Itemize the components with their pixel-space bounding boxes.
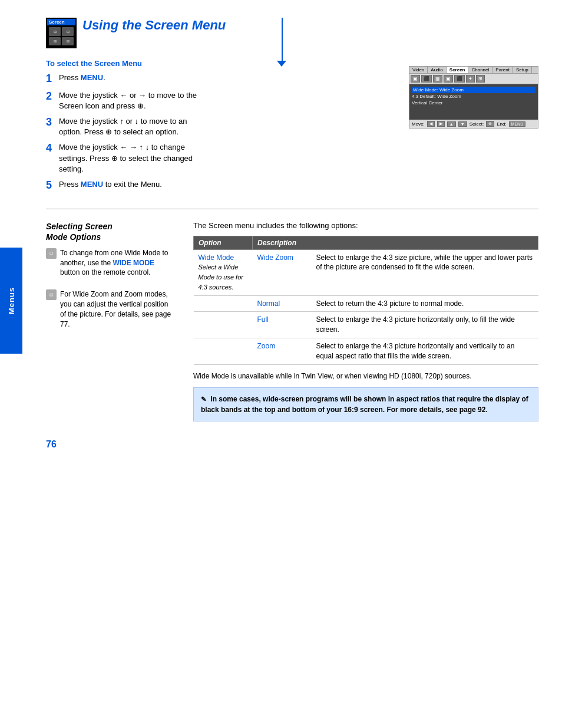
tab-video: Video — [409, 67, 428, 73]
screen-icon-label: Screen — [47, 19, 75, 25]
intro-text: The Screen menu includes the following o… — [193, 221, 538, 230]
sub-option-label-zoom: Zoom — [257, 342, 276, 350]
sub-option-zoom: Zoom — [253, 338, 312, 365]
sidebar-label: Menus — [7, 287, 16, 314]
step-text-3: Move the joystick ↑ or ↓ to move to an o… — [59, 116, 211, 137]
option-name-widemode: Wide Mode Select a Wide Mode to use for … — [194, 249, 253, 295]
screen-icon: Screen ⊞ ⊟ ⊞ ⊟ — [46, 18, 77, 48]
bottom-right-col: The Screen menu includes the following o… — [193, 221, 538, 421]
sub-option-label-full: Full — [257, 315, 269, 324]
step-num-4: 4 — [46, 142, 59, 155]
option-empty-2 — [194, 312, 253, 338]
footer-move-btn-4: ▼ — [458, 121, 467, 127]
desc-zoom: Select to enlarge the 4:3 picture horizo… — [312, 338, 538, 365]
menu-line-2: 4:3 Default: Wide Zoom — [412, 93, 535, 100]
note-1: ☺ To change from one Wide Mode to anothe… — [46, 248, 176, 278]
connector-line — [282, 18, 283, 62]
bottom-note: Wide Mode is unavailable while in Twin V… — [193, 371, 538, 381]
arrow-indicator — [277, 61, 286, 67]
sub-option-full: Full — [253, 312, 312, 338]
footer-move-label: Move: — [412, 121, 425, 127]
step-text-5: Press MENU to exit the Menu. — [59, 179, 211, 190]
wide-mode-label: Wide Mode — [199, 253, 234, 262]
tab-audio: Audio — [428, 67, 446, 73]
step-4: 4 Move the joystick ← → ↑ ↓ to change se… — [46, 142, 211, 174]
option-empty-1 — [194, 295, 253, 312]
table-row-4: Zoom Select to enlarge the 4:3 picture h… — [194, 338, 538, 365]
desc-normal: Select to return the 4:3 picture to norm… — [312, 295, 538, 312]
toolbar-btn-6: ✦ — [466, 75, 475, 83]
menu-tab-bar: Video Audio Screen Channel Parent Setup — [409, 67, 538, 74]
table-row-3: Full Select to enlarge the 4:3 picture h… — [194, 312, 538, 338]
steps-list: 1 Press MENU. 2 Move the joystick ← or →… — [46, 73, 211, 192]
step-text-4: Move the joystick ← → ↑ ↓ to change sett… — [59, 142, 211, 174]
footer-end-btn: MENU — [509, 121, 526, 127]
step-1: 1 Press MENU. — [46, 73, 211, 85]
step-num-1: 1 — [46, 73, 59, 85]
footer-move-btn-2: ▶ — [437, 121, 445, 127]
desc-widezoom: Select to enlarge the 4:3 size picture, … — [312, 249, 538, 295]
sidebar-tab: Menus — [0, 248, 22, 354]
tab-screen: Screen — [447, 67, 469, 73]
toolbar-btn-3: ▦ — [433, 75, 442, 83]
wide-mode-link: WIDE MODE — [113, 259, 154, 267]
step-3: 3 Move the joystick ↑ or ↓ to move to an… — [46, 116, 211, 137]
menu-line-1: Wide Mode: Wide Zoom — [412, 87, 535, 93]
footer-end-label: End: — [497, 121, 506, 127]
col-option: Option — [194, 236, 253, 249]
table-row-1: Wide Mode Select a Wide Mode to use for … — [194, 249, 538, 295]
step-num-5: 5 — [46, 179, 59, 192]
footer-move-btn-1: ◀ — [427, 121, 435, 127]
note-text-1: To change from one Wide Mode to another,… — [60, 248, 176, 278]
option-empty-3 — [194, 338, 253, 365]
sub-option-label-widezoom: Wide Zoom — [257, 253, 293, 262]
desc-full: Select to enlarge the 4:3 picture horizo… — [312, 312, 538, 338]
info-box-text: In some cases, wide-screen programs will… — [201, 395, 528, 414]
screen-icon-graphic: ⊞ ⊟ ⊞ ⊟ — [47, 25, 75, 47]
col-desc: Description — [253, 236, 538, 249]
step-text-2: Move the joystick ← or → to move to the … — [59, 90, 211, 111]
select-subtitle: To select the Screen Menu — [46, 59, 211, 68]
footer-select-btn: ⊕ — [486, 121, 494, 127]
toolbar-btn-4: ▣ — [444, 75, 453, 83]
step-5: 5 Press MENU to exit the Menu. — [46, 179, 211, 192]
footer-select-label: Select: — [470, 121, 484, 127]
page-title: Using the Screen Menu — [82, 18, 538, 33]
section-title: Selecting ScreenMode Options — [46, 221, 176, 242]
menu-image-area: Video Audio Screen Channel Parent Setup … — [223, 54, 538, 197]
page-number: 76 — [46, 439, 538, 450]
tab-channel: Channel — [468, 67, 492, 73]
toolbar-btn-2: ⬛ — [421, 75, 432, 83]
footer-move-btn-3: ▲ — [447, 121, 456, 127]
sub-option-label-normal: Normal — [257, 299, 280, 308]
tab-parent: Parent — [492, 67, 513, 73]
sub-option-widezoom: Wide Zoom — [253, 249, 312, 295]
toolbar-btn-7: ⊞ — [476, 75, 485, 83]
screen-menu-screenshot: Video Audio Screen Channel Parent Setup … — [409, 66, 538, 129]
toolbar-btn-1: ▣ — [411, 75, 420, 83]
menu-keyword-5: MENU — [81, 180, 103, 189]
step-num-2: 2 — [46, 90, 59, 103]
pencil-icon: ✎ — [201, 396, 206, 403]
step-2: 2 Move the joystick ← or → to move to th… — [46, 90, 211, 111]
bottom-left-col: Selecting ScreenMode Options ☺ To change… — [46, 221, 176, 421]
step-num-3: 3 — [46, 116, 59, 129]
menu-toolbar: ▣ ⬛ ▦ ▣ ⬛ ✦ ⊞ — [409, 74, 538, 84]
menu-keyword-1: MENU — [81, 73, 103, 82]
note-icon-2: ☺ — [46, 289, 57, 300]
note-icon-1: ☺ — [46, 248, 57, 259]
toolbar-btn-5: ⬛ — [454, 75, 465, 83]
options-table: Option Description Wide Mode Select a Wi… — [193, 236, 538, 365]
section-divider — [46, 209, 538, 209]
tab-setup: Setup — [513, 67, 532, 73]
table-row-2: Normal Select to return the 4:3 picture … — [194, 295, 538, 312]
note-text-2: For Wide Zoom and Zoom modes, you can ad… — [60, 289, 176, 329]
sub-option-normal: Normal — [253, 295, 312, 312]
wide-mode-sub: Select a Wide Mode to use for 4:3 source… — [199, 263, 243, 291]
menu-content-area: Wide Mode: Wide Zoom 4:3 Default: Wide Z… — [409, 84, 538, 120]
info-box: ✎ In some cases, wide-screen programs wi… — [193, 387, 538, 421]
note-2: ☺ For Wide Zoom and Zoom modes, you can … — [46, 289, 176, 329]
menu-line-3: Vertical Center — [412, 100, 535, 106]
menu-footer: Move: ◀ ▶ ▲ ▼ Select: ⊕ End: MENU — [409, 120, 538, 128]
step-text-1: Press MENU. — [59, 73, 211, 83]
